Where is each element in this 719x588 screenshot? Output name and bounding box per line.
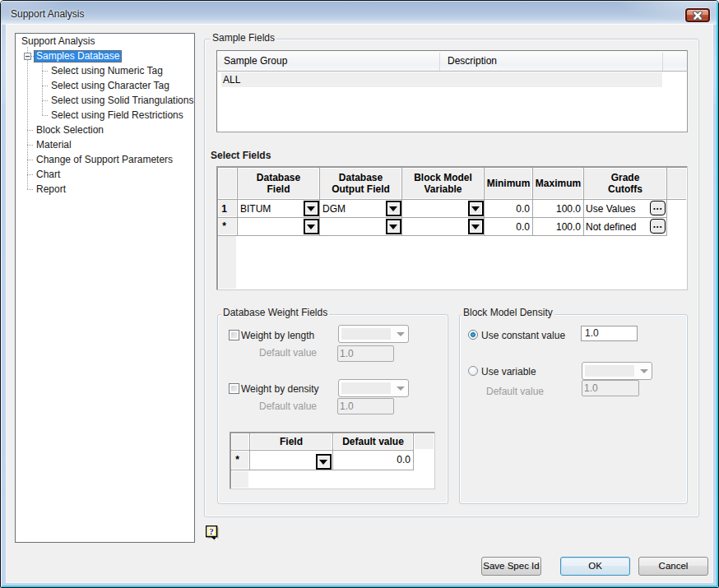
- svg-text:?: ?: [209, 526, 214, 536]
